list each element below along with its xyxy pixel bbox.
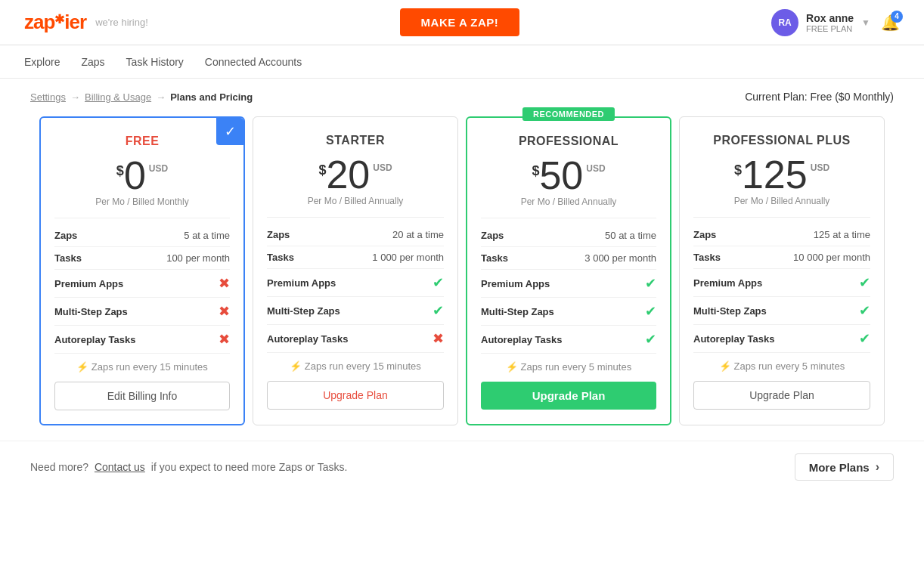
nav-task-history[interactable]: Task History <box>126 47 184 77</box>
plan-professional: RECOMMENDED PROFESSIONAL $ 50 USD Per Mo… <box>466 116 671 425</box>
breadcrumb-billing[interactable]: Billing & Usage <box>85 91 151 103</box>
autoreplay-row-starter: Autoreplay Tasks ✖ <box>267 325 444 353</box>
multistep-icon-pro: ✔ <box>645 303 656 320</box>
zaps-row-free: Zaps 5 at a time <box>54 224 230 247</box>
speed-text-starter: Zaps run every 15 minutes <box>305 360 421 372</box>
plan-name-starter: STARTER <box>267 134 444 147</box>
amount-professional: 50 <box>539 156 583 195</box>
tasks-label-pro: Tasks <box>481 252 508 264</box>
premium-icon-free: ✖ <box>219 275 230 292</box>
plan-name-pro-plus: PROFESSIONAL PLUS <box>693 134 870 147</box>
autoreplay-label-starter: Autoreplay Tasks <box>267 333 348 345</box>
multistep-row-starter: Multi-Step Zaps ✔ <box>267 297 444 325</box>
logo[interactable]: zap✱ier <box>24 11 86 34</box>
lightning-pro-plus: ⚡ <box>719 360 731 372</box>
autoreplay-label-pro-plus: Autoreplay Tasks <box>693 333 774 345</box>
autoreplay-label-free: Autoreplay Tasks <box>54 334 135 345</box>
multistep-label-free: Multi-Step Zaps <box>54 306 128 317</box>
contact-us-link[interactable]: Contact us <box>95 461 145 473</box>
premium-row-pro-plus: Premium Apps ✔ <box>693 269 870 297</box>
chevron-down-icon: ▼ <box>861 17 870 28</box>
premium-icon-pro-plus: ✔ <box>859 274 870 291</box>
more-plans-arrow-icon: › <box>876 460 879 474</box>
avatar: RA <box>771 9 798 36</box>
tasks-row-pro-plus: Tasks 10 000 per month <box>693 246 870 269</box>
dollar-pro-plus: $ <box>734 162 742 178</box>
amount-pro-plus: 125 <box>742 155 808 194</box>
premium-label-free: Premium Apps <box>54 278 123 289</box>
premium-label-starter: Premium Apps <box>267 277 336 289</box>
edit-billing-button[interactable]: Edit Billing Info <box>54 382 230 410</box>
nav-zaps[interactable]: Zaps <box>81 47 104 77</box>
nav-explore[interactable]: Explore <box>24 47 60 77</box>
amount-starter: 20 <box>326 155 370 194</box>
footer-after: if you expect to need more Zaps or Tasks… <box>151 461 348 473</box>
breadcrumb-settings[interactable]: Settings <box>30 91 66 103</box>
breadcrumb-arrow-1: → <box>70 91 80 103</box>
multistep-icon-free: ✖ <box>219 303 230 320</box>
breadcrumb: Settings → Billing & Usage → Plans and P… <box>30 91 253 103</box>
premium-label-pro: Premium Apps <box>481 278 550 289</box>
zaps-label-starter: Zaps <box>267 229 290 240</box>
speed-text-pro-plus: Zaps run every 5 minutes <box>733 360 845 372</box>
autoreplay-icon-pro-plus: ✔ <box>859 330 870 347</box>
user-plan: FREE PLAN <box>806 24 854 33</box>
dollar-starter: $ <box>318 162 326 178</box>
tasks-row-starter: Tasks 1 000 per month <box>267 246 444 269</box>
notification-button[interactable]: 🔔 4 <box>881 14 900 32</box>
autoreplay-icon-starter: ✖ <box>433 330 444 347</box>
nav: Explore Zaps Task History Connected Acco… <box>0 45 924 79</box>
multistep-label-pro: Multi-Step Zaps <box>481 306 554 317</box>
make-zap-button[interactable]: MAKE A ZAP! <box>400 8 520 36</box>
billing-free: Per Mo / Billed Monthly <box>54 196 230 207</box>
upgrade-starter-button[interactable]: Upgrade Plan <box>267 381 444 410</box>
user-section[interactable]: RA Rox anne FREE PLAN ▼ <box>771 9 870 36</box>
features-free: Zaps 5 at a time Tasks 100 per month Pre… <box>54 218 230 354</box>
recommended-badge: RECOMMENDED <box>522 107 615 121</box>
multistep-row-pro: Multi-Step Zaps ✔ <box>481 298 656 326</box>
zaps-label-pro-plus: Zaps <box>693 229 716 240</box>
zaps-label-free: Zaps <box>54 230 77 241</box>
logo-text: zap <box>24 11 54 34</box>
tasks-row-free: Tasks 100 per month <box>54 247 230 270</box>
premium-row-pro: Premium Apps ✔ <box>481 270 656 298</box>
current-plan-label: Current Plan: Free ($0 Monthly) <box>745 91 894 103</box>
tasks-row-pro: Tasks 3 000 per month <box>481 247 656 270</box>
upgrade-pro-button[interactable]: Upgrade Plan <box>481 382 656 410</box>
autoreplay-icon-free: ✖ <box>219 331 230 348</box>
premium-icon-pro: ✔ <box>645 275 656 292</box>
usd-starter: USD <box>373 162 392 173</box>
usd-pro-plus: USD <box>811 162 829 173</box>
more-plans-button[interactable]: More Plans › <box>795 453 894 481</box>
usd-free: USD <box>149 163 168 174</box>
multistep-row-free: Multi-Step Zaps ✖ <box>54 298 230 326</box>
header-center: MAKE A ZAP! <box>148 8 771 36</box>
nav-connected-accounts[interactable]: Connected Accounts <box>205 47 302 77</box>
features-pro-plus: Zaps 125 at a time Tasks 10 000 per mont… <box>693 217 870 353</box>
upgrade-pro-plus-button[interactable]: Upgrade Plan <box>693 381 870 410</box>
speed-pro: ⚡ Zaps run every 5 minutes <box>481 354 656 382</box>
plan-price-free: $ 0 USD <box>54 156 230 195</box>
plan-price-professional: $ 50 USD <box>481 156 656 195</box>
billing-starter: Per Mo / Billed Annually <box>267 196 444 206</box>
tasks-value-pro-plus: 10 000 per month <box>793 252 870 263</box>
logo-asterisk: ✱ <box>54 12 64 26</box>
tasks-value-starter: 1 000 per month <box>372 252 444 263</box>
multistep-icon-pro-plus: ✔ <box>859 302 870 319</box>
tasks-label-pro-plus: Tasks <box>693 252 721 263</box>
zaps-value-pro-plus: 125 at a time <box>814 229 870 240</box>
plan-name-free: FREE <box>54 135 230 148</box>
lightning-starter: ⚡ <box>290 360 302 372</box>
zaps-label-pro: Zaps <box>481 230 504 241</box>
zaps-row-pro-plus: Zaps 125 at a time <box>693 224 870 246</box>
premium-row-starter: Premium Apps ✔ <box>267 269 444 297</box>
plan-starter: STARTER $ 20 USD Per Mo / Billed Annuall… <box>253 116 458 425</box>
dollar-professional: $ <box>532 163 539 179</box>
breadcrumb-arrow-2: → <box>156 91 166 103</box>
features-starter: Zaps 20 at a time Tasks 1 000 per month … <box>267 217 444 353</box>
billing-pro-plus: Per Mo / Billed Annually <box>693 196 870 206</box>
premium-row-free: Premium Apps ✖ <box>54 270 230 298</box>
footer-row: Need more? Contact us if you expect to n… <box>0 441 924 493</box>
tasks-label-free: Tasks <box>54 252 82 264</box>
features-professional: Zaps 50 at a time Tasks 3 000 per month … <box>481 218 656 354</box>
